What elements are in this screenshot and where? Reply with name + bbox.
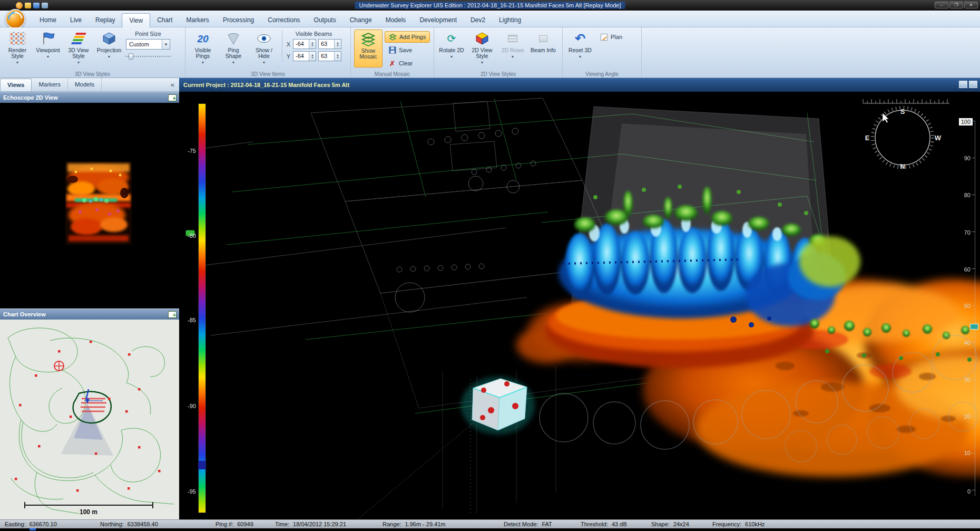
beam-info-button[interactable]: Beam Info: [529, 30, 557, 67]
close-button[interactable]: ✕: [964, 2, 978, 8]
quick-access-icon-2[interactable]: [33, 3, 40, 8]
status-threshold: Threshold:43 dB: [581, 520, 627, 528]
tab-chart[interactable]: Chart: [150, 13, 179, 27]
depth-label: -90: [180, 403, 196, 409]
tab-live[interactable]: Live: [63, 13, 89, 27]
echoscope-2d-view[interactable]: [0, 103, 179, 308]
2d-view-style-button[interactable]: 2D View Style ▼: [468, 30, 496, 67]
tab-lighting[interactable]: Lighting: [492, 13, 528, 27]
tab-outputs[interactable]: Outputs: [307, 13, 343, 27]
point-size-panel: Point Size Custom ▼: [125, 30, 171, 60]
ruler-label: 50: [964, 303, 971, 309]
beam-y-max-input[interactable]: 63 ▲▼: [318, 51, 341, 61]
beam-info-icon: [539, 35, 547, 42]
chevron-down-icon: ▼: [77, 60, 81, 65]
slider-handle[interactable]: [129, 53, 133, 60]
tab-dev2[interactable]: Dev2: [464, 13, 492, 27]
collapse-sidebar-button[interactable]: «: [166, 79, 179, 91]
3d-view-style-label: 3D View Style: [64, 47, 93, 59]
3d-view-style-button[interactable]: 3D View Style ▼: [64, 30, 93, 67]
save-button[interactable]: Save: [385, 44, 430, 56]
point-size-select[interactable]: Custom ▼: [126, 39, 170, 50]
chart-detach-icon[interactable]: [168, 311, 177, 318]
add-pings-button[interactable]: Add Pings: [385, 31, 430, 43]
beam-x-min-spinner[interactable]: ▲▼: [309, 40, 316, 49]
ping-shape-label: Ping Shape: [219, 47, 248, 59]
ribbon-tabs: Home Live Replay View Chart Markers Proc…: [33, 13, 528, 27]
depth-colorbar: [198, 103, 206, 513]
beam-y-min-input[interactable]: -64 ▲▼: [293, 51, 316, 61]
tab-corrections[interactable]: Corrections: [261, 13, 307, 27]
ruler-label: 80: [964, 192, 971, 198]
quick-access-icon-3[interactable]: [42, 3, 48, 8]
viewport-maximize-icon[interactable]: [969, 81, 977, 88]
show-hide-button[interactable]: Show / Hide ▼: [250, 30, 278, 67]
depth-label: -95: [180, 488, 196, 495]
application-orb-logo[interactable]: [5, 9, 25, 29]
projection-button[interactable]: Projection ▼: [95, 30, 123, 67]
plan-button[interactable]: Plan: [596, 31, 626, 43]
visible-pings-icon: 20: [197, 36, 208, 42]
beam-y-max-spinner[interactable]: ▲▼: [334, 52, 341, 61]
render-style-button[interactable]: Render Style ▼: [3, 30, 32, 67]
compass-rose[interactable]: S N E W: [865, 108, 942, 170]
quick-access-icon-1[interactable]: [25, 3, 31, 8]
colorbar-blue-marker: [198, 461, 206, 469]
tab-home[interactable]: Home: [33, 13, 63, 27]
beam-x-min-input[interactable]: -64 ▲▼: [293, 39, 316, 49]
viewport-float-icon[interactable]: [959, 81, 967, 88]
beam-y-min-spinner[interactable]: ▲▼: [309, 52, 316, 61]
scene-3d: S N E W: [179, 92, 980, 519]
tab-view[interactable]: View: [122, 13, 150, 27]
2d-view-style-label: 2D View Style: [468, 47, 496, 59]
sidebar-tab-models[interactable]: Models: [68, 79, 102, 91]
reset-3d-button[interactable]: ↶ Reset 3D ▼: [566, 30, 594, 67]
tab-change[interactable]: Change: [343, 13, 379, 27]
chevron-down-icon: ▼: [107, 54, 111, 60]
tab-models[interactable]: Models: [379, 13, 413, 27]
sidebar-tab-views[interactable]: Views: [0, 79, 32, 91]
ribbon-group-manual-mosaic: Show Mosaic Add Pings Save: [351, 27, 434, 78]
app-icon[interactable]: [16, 2, 23, 9]
add-pings-icon: [389, 33, 397, 41]
rows-icon: [508, 35, 517, 42]
viewpoint-button[interactable]: Viewpoint ▼: [34, 30, 62, 67]
ribbon-group-3d-view-items: 20 Visible Pings ▼ Ping Shape ▼ Show / H…: [185, 27, 351, 78]
clear-button[interactable]: ✗ Clear: [385, 57, 430, 69]
chevron-down-icon: ▼: [16, 60, 19, 65]
beam-x-max-spinner[interactable]: ▲▼: [334, 40, 341, 49]
ruler-label: 30: [964, 376, 971, 383]
2d-rows-button[interactable]: 2D Rows ▼: [498, 30, 527, 67]
minimize-button[interactable]: –: [935, 2, 948, 8]
compass-w-label: W: [935, 134, 942, 142]
beam-x-max-input[interactable]: 63 ▲▼: [318, 39, 341, 49]
visible-pings-button[interactable]: 20 Visible Pings ▼: [189, 30, 217, 67]
tab-development[interactable]: Development: [413, 13, 464, 27]
beam-y-max-value: 63: [319, 52, 334, 61]
visible-beams-panel: Visible Beams X -64 ▲▼ 63 ▲▼ Y -64: [286, 30, 341, 63]
tab-processing[interactable]: Processing: [216, 13, 261, 27]
show-mosaic-button[interactable]: Show Mosaic: [354, 30, 383, 67]
cube-icon: [101, 31, 117, 46]
chart-overview-map[interactable]: 100 m: [0, 320, 179, 519]
visible-beams-label: Visible Beams: [296, 31, 332, 37]
sidebar-tab-markers[interactable]: Markers: [32, 79, 68, 91]
chevron-down-icon: ▼: [46, 54, 50, 60]
maximize-button[interactable]: ❐: [949, 2, 963, 8]
sonar-3d-canvas[interactable]: S N E W -75 -80 -: [179, 92, 980, 519]
ruler-label: 0: [967, 488, 971, 495]
ping-shape-button[interactable]: Ping Shape ▼: [219, 30, 248, 67]
point-size-slider[interactable]: [125, 53, 171, 60]
chevron-down-icon: ▼: [579, 54, 582, 60]
model-cube: [461, 376, 535, 435]
show-hide-label: Show / Hide: [250, 47, 278, 59]
tab-replay[interactable]: Replay: [89, 13, 122, 27]
echoscope-detach-icon[interactable]: [168, 94, 177, 101]
projection-label: Projection: [97, 47, 122, 53]
echoscope-panel-title: Echoscope 2D View: [3, 94, 58, 101]
tab-markers[interactable]: Markers: [180, 13, 216, 27]
status-bar: Easting:636670.10 Northing:6338459.40 Pi…: [0, 519, 980, 528]
visible-pings-label: Visible Pings: [189, 47, 217, 59]
ruler-teal-marker[interactable]: [970, 324, 978, 330]
rotate-2d-button[interactable]: ⟳ Rotate 2D ▼: [437, 30, 466, 67]
